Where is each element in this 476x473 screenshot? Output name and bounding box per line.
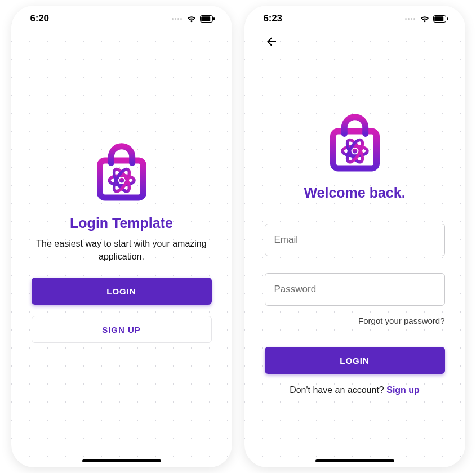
battery-icon [200, 15, 215, 23]
battery-icon [433, 15, 448, 23]
svg-point-4 [119, 178, 124, 183]
status-time: 6:20 [30, 13, 49, 24]
app-logo [265, 113, 445, 175]
cellular-icon [172, 18, 182, 20]
home-indicator[interactable] [82, 459, 161, 462]
status-indicators [172, 15, 215, 23]
svg-rect-10 [447, 17, 448, 20]
arrow-left-icon [265, 35, 278, 48]
status-time: 6:23 [264, 13, 282, 24]
signup-prompt: Don't have an account? Sign up [265, 385, 445, 395]
wifi-icon [420, 15, 430, 23]
login-title: Welcome back. [265, 185, 445, 201]
forgot-password-link[interactable]: Forgot your password? [265, 316, 445, 325]
status-bar: 6:20 [11, 6, 232, 32]
welcome-subtitle: The easiest way to start with your amazi… [32, 237, 212, 263]
wifi-icon [186, 15, 197, 23]
app-logo [32, 142, 212, 204]
svg-point-12 [352, 149, 357, 154]
welcome-screen: 6:20 [11, 6, 232, 467]
login-submit-button[interactable]: LOGIN [265, 347, 445, 374]
cellular-icon [405, 18, 415, 20]
svg-rect-2 [213, 17, 215, 20]
status-bar: 6:23 [244, 6, 465, 32]
svg-rect-9 [434, 16, 443, 21]
back-button[interactable] [265, 35, 278, 51]
svg-rect-1 [201, 16, 210, 21]
signup-prompt-text: Don't have an account? [290, 385, 386, 395]
signup-link[interactable]: Sign up [386, 385, 420, 395]
status-indicators [405, 15, 448, 23]
welcome-title: Login Template [32, 215, 212, 231]
login-button[interactable]: LOGIN [32, 278, 212, 305]
home-indicator[interactable] [315, 459, 394, 462]
password-input[interactable]: Password [265, 273, 445, 306]
signup-button[interactable]: SIGN UP [32, 316, 212, 343]
login-screen: 6:23 [244, 6, 465, 467]
email-input[interactable]: Email [265, 224, 445, 256]
